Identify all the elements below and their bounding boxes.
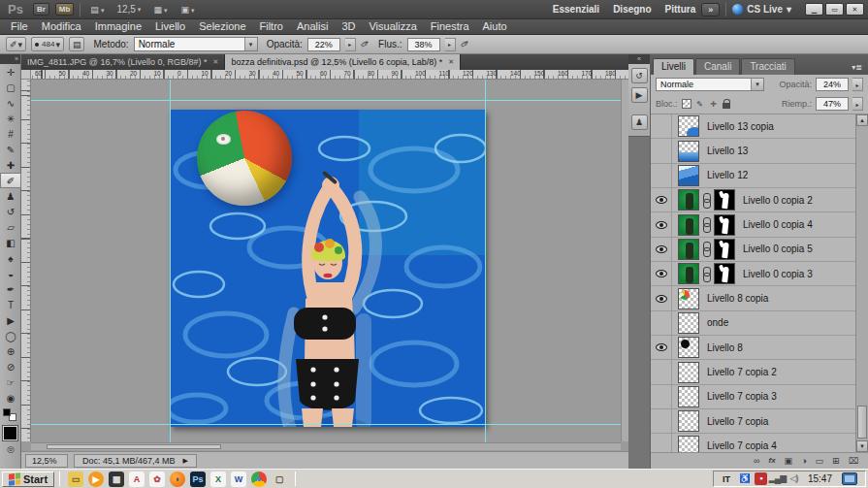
layer-thumbnail[interactable] [678, 337, 699, 358]
layer-mask-thumbnail[interactable] [714, 239, 735, 260]
add-layer-mask-button[interactable]: ▣ [785, 457, 793, 466]
layer-row[interactable]: Livello 7 copia 2 [651, 360, 855, 384]
visibility-toggle[interactable] [651, 188, 672, 211]
visibility-toggle[interactable] [651, 262, 672, 285]
visibility-toggle[interactable] [651, 164, 672, 187]
airbrush-opacity-icon[interactable]: ✑ [358, 37, 372, 52]
visibility-toggle[interactable] [651, 238, 672, 261]
toolbox-collapse-button[interactable]: » [0, 54, 20, 64]
show-desktop-icon[interactable]: ▢ [272, 472, 287, 487]
layer-row[interactable]: Livello 7 copia 3 [651, 385, 855, 409]
minibridge-button[interactable]: Mb [55, 3, 75, 16]
tab-tracciati[interactable]: Tracciati [741, 58, 794, 75]
view-extras-button[interactable]: ▤▾ [86, 3, 108, 16]
layer-row[interactable]: Livello 0 copia 4 [651, 212, 855, 237]
eyedropper-tool[interactable]: ✎ [0, 142, 21, 157]
layer-thumbnail[interactable] [678, 386, 699, 407]
guide-vertical-left[interactable] [170, 80, 171, 442]
layer-row[interactable]: Livello 0 copia 5 [651, 238, 855, 262]
brush-tool[interactable]: ✐ [0, 173, 21, 188]
scrollbar-thumb[interactable] [47, 444, 221, 449]
guide-horizontal-top[interactable] [31, 100, 621, 101]
status-menu-button[interactable]: ▶ [183, 457, 188, 465]
panel-menu-icon[interactable]: ▾≣ [848, 63, 866, 75]
status-zoom-field[interactable]: 12,5% [25, 454, 68, 468]
clone-source-panel-icon[interactable]: ♟ [631, 114, 648, 130]
workspace-overflow-button[interactable]: » [701, 3, 720, 16]
restore-button[interactable]: ▭ [825, 3, 844, 16]
visibility-toggle[interactable] [651, 385, 672, 408]
minimize-button[interactable]: ▁ [805, 3, 823, 16]
history-panel-icon[interactable]: ↺ [631, 68, 648, 83]
antivirus-icon[interactable]: ▪ [755, 472, 767, 485]
document-tab-bozza-definitiva[interactable]: bozza definitiva.psd @ 12,5% (Livello 6 … [225, 54, 461, 70]
eraser-tool[interactable]: ▱ [0, 219, 21, 235]
graphics-app-icon[interactable]: ✿ [149, 472, 165, 487]
accessibility-icon[interactable]: ♿ [738, 472, 751, 485]
taskbar-clock[interactable]: 15:47 [805, 473, 835, 484]
language-indicator[interactable]: IT [720, 474, 733, 484]
layer-thumbnail[interactable] [678, 410, 699, 432]
visibility-toggle[interactable] [651, 409, 672, 433]
hand-tool[interactable]: ☞ [0, 374, 21, 390]
lasso-tool[interactable]: ∿ [0, 95, 21, 111]
visibility-toggle[interactable] [651, 311, 672, 335]
layer-thumbnail[interactable] [678, 288, 699, 309]
layer-thumbnail[interactable] [678, 165, 699, 186]
new-group-button[interactable]: ▭ [816, 457, 824, 466]
photo-viewer-icon[interactable]: ▦ [109, 472, 124, 487]
zoom-level-select[interactable]: 12,5▾ [113, 4, 144, 15]
start-button[interactable]: Start [2, 472, 54, 487]
layer-thumbnail[interactable] [678, 239, 699, 260]
display-settings-icon[interactable] [842, 472, 857, 485]
ellipse-tool[interactable]: ◯ [0, 328, 21, 343]
layer-row[interactable]: Livello 13 [651, 139, 855, 163]
history-brush-tool[interactable]: ↺ [0, 204, 21, 219]
horizontal-scrollbar[interactable] [31, 442, 621, 450]
firefox-icon[interactable]: ◗ [170, 472, 185, 487]
workspace-essenziali[interactable]: Essenziali [553, 4, 599, 15]
bridge-button[interactable]: Br [33, 3, 49, 16]
layer-thumbnail[interactable] [678, 189, 699, 211]
layers-opacity-field[interactable]: 24% [816, 78, 849, 91]
3d-orbit-tool[interactable]: ⊘ [0, 359, 21, 374]
vertical-scrollbar[interactable] [621, 80, 628, 441]
lock-paint-icon[interactable]: ✎ [695, 99, 705, 109]
folder-icon[interactable]: ▭ [68, 472, 83, 487]
layer-thumbnail[interactable] [678, 436, 699, 452]
visibility-toggle[interactable] [651, 212, 672, 236]
brush-preview-button[interactable]: ✐▾ [6, 37, 26, 51]
canvas-document[interactable] [170, 110, 485, 427]
workspace-disegno[interactable]: Disegno [613, 4, 651, 15]
type-tool[interactable]: T [0, 297, 21, 312]
layer-thumbnail[interactable] [678, 214, 699, 236]
canvas-viewport[interactable] [31, 80, 621, 442]
foreground-color-swatch[interactable] [3, 426, 17, 440]
visibility-toggle[interactable] [651, 434, 672, 452]
mode-select[interactable]: Normale▾ [134, 37, 258, 51]
workspace-pittura[interactable]: Pittura [665, 4, 696, 15]
path-selection-tool[interactable]: ▶ [0, 312, 21, 328]
menu-file[interactable]: File [4, 19, 35, 34]
visibility-toggle[interactable] [651, 336, 672, 359]
quick-mask-button[interactable]: ◎ [0, 444, 21, 458]
arrange-documents-button[interactable]: ▦▾ [149, 3, 171, 16]
layers-scrollbar[interactable]: ▲ ▼ [855, 114, 868, 452]
link-layers-button[interactable]: ∞ [754, 457, 759, 466]
menu-immagine[interactable]: Immagine [88, 19, 148, 34]
flow-spinner[interactable]: ▸ [445, 38, 456, 51]
menu-analisi[interactable]: Analisi [290, 19, 335, 34]
layer-row[interactable]: Livello 12 [651, 164, 855, 188]
crop-tool[interactable]: # [0, 126, 21, 142]
cs-live-button[interactable]: CS Live▾ [732, 4, 791, 15]
spot-healing-brush-tool[interactable]: ✚ [0, 157, 21, 173]
tab-canali[interactable]: Canali [695, 58, 740, 75]
layer-mask-thumbnail[interactable] [714, 189, 735, 211]
dock-collapse-button[interactable]: « [628, 54, 650, 64]
guide-vertical-right[interactable] [485, 80, 486, 442]
close-tab-icon[interactable]: ✕ [213, 58, 219, 66]
clone-stamp-tool[interactable]: ♟ [0, 188, 21, 204]
guide-horizontal-bottom[interactable] [31, 424, 621, 425]
network-signal-icon[interactable]: ▂▄▆ [771, 472, 784, 485]
layer-effects-button[interactable]: fx [768, 457, 775, 465]
